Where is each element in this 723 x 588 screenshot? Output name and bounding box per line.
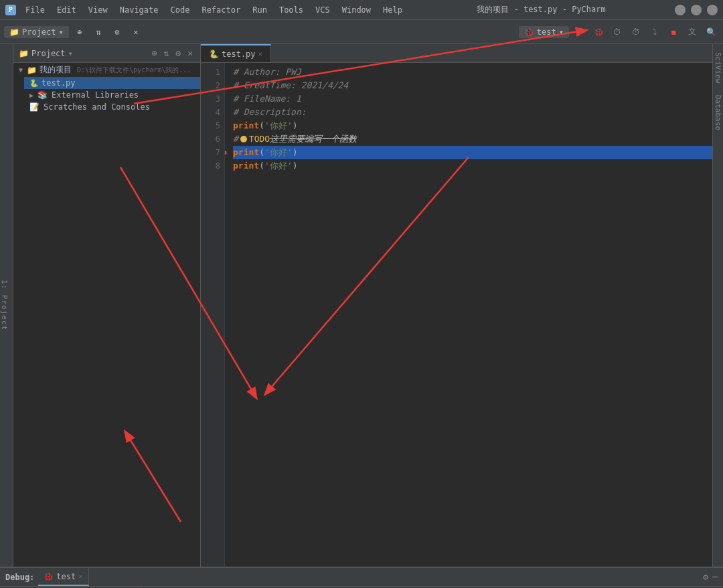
code-line-3[interactable]: # FileName: 1 [233, 92, 712, 106]
menu-view[interactable]: View [83, 4, 113, 16]
tree-root-arrow: ▼ [19, 66, 23, 74]
project-header-actions: ⊕ ⇅ ⚙ ✕ [150, 47, 195, 59]
line-num-1: 1 [205, 66, 220, 79]
close-panel-button[interactable]: ✕ [128, 24, 144, 40]
kw-print-8: print [233, 159, 259, 173]
line-num-2: 2 [205, 79, 220, 92]
todo-keyword: TODO [249, 132, 270, 146]
debug-tab-icon: 🐞 [44, 572, 54, 581]
tree-root-icon: 📁 [27, 66, 37, 75]
kw-print-5: print [233, 119, 259, 132]
editor-tab-test[interactable]: 🐍 test.py ✕ [201, 44, 271, 62]
punc-5a: ( [259, 119, 264, 132]
tree-scratches[interactable]: 📝 Scratches and Consoles [24, 101, 200, 113]
kw-print-7: print [233, 146, 259, 159]
menu-tools[interactable]: Tools [274, 4, 309, 16]
code-line-2[interactable]: # CreatTime: 2021/4/24 [233, 79, 712, 92]
main-layout: 1: Project Z: Structure 📁 Project ▾ ⊕ ⇅ … [0, 44, 723, 567]
project-dropdown[interactable]: 📁 Project ▾ [4, 26, 69, 38]
step-over-button[interactable]: ⤵ [647, 24, 663, 40]
menu-window[interactable]: Window [337, 4, 376, 16]
menu-vcs[interactable]: VCS [310, 4, 335, 16]
debug-tab-test[interactable]: 🐞 test ✕ [38, 568, 89, 586]
menu-refactor[interactable]: Refactor [196, 4, 246, 16]
debug-settings-button[interactable]: ⚙ [703, 572, 708, 582]
str-5: '你好' [264, 119, 293, 132]
str-7: '你好' [264, 146, 293, 159]
coverage-button[interactable]: ⏱ [609, 24, 625, 40]
tree-root-path: D:\软件下载文件\pycharm\我的... [77, 66, 191, 75]
left-panel-labels: 1: Project Z: Structure [0, 44, 13, 567]
title-bar: P File Edit View Navigate Code Refactor … [0, 0, 723, 20]
comment-author: # Author: PWJ [233, 66, 301, 79]
tree-external-libs[interactable]: ▶ 📚 External Libraries [24, 89, 200, 101]
tab-close-button[interactable]: ✕ [258, 50, 263, 58]
run-config-name: test [537, 27, 556, 37]
app-icon: P [5, 5, 16, 15]
right-side-panels: SciView Database [712, 44, 723, 567]
punc-8b: ) [293, 159, 298, 173]
sciview-tab[interactable]: SciView [712, 47, 723, 88]
debug-minimize-button[interactable]: ─ [712, 572, 718, 582]
menu-file[interactable]: File [20, 4, 50, 16]
menu-run[interactable]: Run [247, 4, 272, 16]
search-everywhere-button[interactable]: 🔍 [703, 24, 719, 40]
debug-tab-close[interactable]: ✕ [78, 572, 83, 581]
debug-tab-name: test [56, 572, 76, 581]
code-line-6[interactable]: # TODO 这里需要编写一个函数 [233, 132, 712, 146]
debug-label: Debug: [5, 573, 34, 582]
collapse-tree-button[interactable]: ⇅ [162, 47, 171, 59]
comment-creattime: # CreatTime: 2021/4/24 [233, 79, 348, 92]
line-num-4: 4 [205, 106, 220, 119]
external-libs-name: External Libraries [52, 90, 139, 100]
run-config-icon: 🐞 [524, 27, 534, 37]
minimize-button[interactable]: ─ [675, 5, 686, 15]
code-content[interactable]: # Author: PWJ # CreatTime: 2021/4/24 # F… [225, 63, 712, 567]
collapse-all-button[interactable]: ⇅ [90, 24, 106, 40]
run-configuration[interactable]: 🐞 test ▾ [519, 26, 569, 38]
tree-root[interactable]: ▼ 📁 我的项目 D:\软件下载文件\pycharm\我的... [13, 63, 200, 77]
database-tab[interactable]: Database [712, 90, 723, 136]
tree-root-name: 我的项目 [39, 64, 72, 76]
todo-dot [240, 136, 247, 142]
close-tree-button[interactable]: ✕ [185, 47, 195, 59]
chevron-down-icon: ▾ [59, 27, 64, 37]
editor-area: 🐍 test.py ✕ 1 2 3 4 5 6 7 8 # Author: PW… [201, 44, 712, 567]
code-line-8[interactable]: print('你好') [233, 159, 712, 173]
punc-8a: ( [259, 159, 264, 173]
code-line-7[interactable]: ● print('你好') [233, 146, 712, 159]
punc-5b: ) [293, 119, 298, 132]
debug-button[interactable]: 🐞 [590, 24, 607, 40]
menu-edit[interactable]: Edit [52, 4, 82, 16]
new-file-button[interactable]: ⊕ [150, 47, 159, 59]
profile-button[interactable]: ⏱ [628, 24, 644, 40]
todo-text: 这里需要编写一个函数 [270, 132, 357, 146]
line-num-3: 3 [205, 92, 220, 106]
translate-button[interactable]: 文 [684, 24, 700, 40]
code-line-4[interactable]: # Description: [233, 106, 712, 119]
code-line-1[interactable]: # Author: PWJ [233, 66, 712, 79]
scratches-icon: 📝 [29, 102, 39, 112]
str-8: '你好' [264, 159, 293, 173]
close-button[interactable]: ✕ [707, 5, 718, 15]
settings-button[interactable]: ⚙ [109, 24, 125, 40]
menu-navigate[interactable]: Navigate [114, 4, 164, 16]
code-line-5[interactable]: print('你好') [233, 119, 712, 132]
run-button[interactable]: ▶ [572, 24, 588, 40]
menu-help[interactable]: Help [378, 4, 408, 16]
external-libs-icon: 📚 [37, 90, 48, 100]
add-content-button[interactable]: ⊕ [72, 24, 88, 40]
tree-file-name: test.py [42, 78, 76, 88]
maximize-button[interactable]: □ [691, 5, 702, 15]
project-panel-label[interactable]: 1: Project [0, 280, 9, 330]
project-header-chevron: ▾ [68, 49, 73, 58]
project-header-title: Project [31, 49, 66, 58]
menu-code[interactable]: Code [165, 4, 195, 16]
window-controls: ─ □ ✕ [675, 5, 718, 15]
tree-settings-button[interactable]: ⚙ [173, 47, 183, 59]
stop-button[interactable]: ◼ [665, 24, 681, 40]
project-header-folder-icon: 📁 [19, 49, 29, 58]
project-tree: ▼ 📁 我的项目 D:\软件下载文件\pycharm\我的... 🐍 test.… [13, 63, 200, 113]
tree-file-test[interactable]: 🐍 test.py [24, 77, 200, 89]
comment-filename: # FileName: 1 [233, 92, 301, 106]
